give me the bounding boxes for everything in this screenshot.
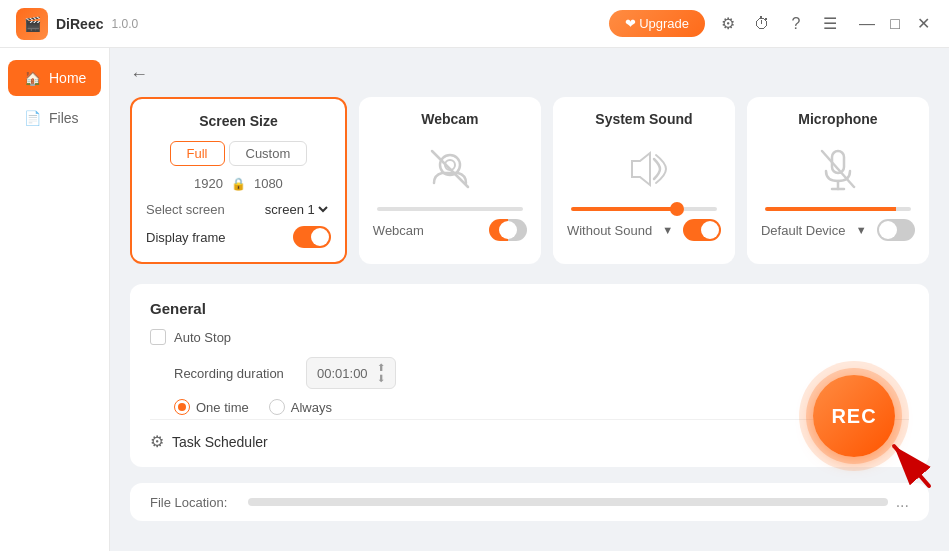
screen-size-title: Screen Size [146, 113, 331, 129]
tab-full[interactable]: Full [170, 141, 225, 166]
files-icon: 📄 [24, 110, 41, 126]
microphone-icon [812, 143, 864, 195]
sound-slider-row [567, 207, 721, 211]
maximize-button[interactable]: □ [885, 14, 905, 34]
sound-slider-thumb [670, 202, 684, 216]
radio-one-time[interactable]: One time [174, 399, 249, 415]
screen-size-card: Screen Size Full Custom 1920 🔒 1080 Sele… [130, 97, 347, 264]
rec-button[interactable]: REC [813, 375, 895, 457]
microphone-toggle[interactable] [877, 219, 915, 241]
webcam-icon-wrap [373, 139, 527, 199]
recording-duration-label: Recording duration [174, 366, 294, 381]
svg-line-9 [894, 446, 929, 486]
webcam-footer: Webcam [373, 219, 527, 241]
sidebar: 🏠 Home 📄 Files [0, 48, 110, 551]
main-layout: 🏠 Home 📄 Files ← Screen Size Full Custom… [0, 48, 949, 551]
mic-dropdown-icon[interactable]: ▼ [856, 224, 867, 236]
file-more-button[interactable]: ... [896, 493, 909, 511]
one-time-label: One time [196, 400, 249, 415]
webcam-slider-row [373, 207, 527, 211]
system-sound-toggle[interactable] [683, 219, 721, 241]
sidebar-item-home[interactable]: 🏠 Home [8, 60, 101, 96]
window-controls: — □ ✕ [857, 14, 933, 34]
app-logo: 🎬 [16, 8, 48, 40]
app-name: DiReec [56, 16, 103, 32]
radio-always[interactable]: Always [269, 399, 332, 415]
display-frame-label: Display frame [146, 230, 225, 245]
mic-slider-row [761, 207, 915, 211]
always-label: Always [291, 400, 332, 415]
auto-stop-label: Auto Stop [174, 330, 231, 345]
webcam-toggle[interactable] [489, 219, 527, 241]
title-bar-right: ❤ Upgrade ⚙ ⏱ ? ☰ — □ ✕ [609, 10, 933, 37]
system-sound-title: System Sound [567, 111, 721, 127]
webcam-label: Webcam [373, 223, 424, 238]
auto-stop-row: Auto Stop [150, 329, 909, 345]
back-button[interactable]: ← [130, 64, 148, 85]
lock-icon: 🔒 [231, 177, 246, 191]
file-path [248, 498, 888, 506]
select-screen-label: Select screen [146, 202, 225, 217]
tab-custom[interactable]: Custom [229, 141, 308, 166]
file-location-label: File Location: [150, 495, 240, 510]
resolution-row: 1920 🔒 1080 [146, 176, 331, 191]
screen-size-tabs: Full Custom [146, 141, 331, 166]
title-bar-left: 🎬 DiReec 1.0.0 [16, 8, 138, 40]
microphone-title: Microphone [761, 111, 915, 127]
minimize-button[interactable]: — [857, 14, 877, 34]
radio-always-circle [269, 399, 285, 415]
title-bar: 🎬 DiReec 1.0.0 ❤ Upgrade ⚙ ⏱ ? ☰ — □ ✕ [0, 0, 949, 48]
microphone-icon-wrap [761, 139, 915, 199]
home-icon: 🏠 [24, 70, 41, 86]
mic-device-label: Default Device [761, 223, 846, 238]
radio-row: One time Always [150, 399, 909, 415]
svg-marker-3 [632, 153, 650, 185]
duration-spinners[interactable]: ⬆⬇ [377, 362, 385, 384]
webcam-card: Webcam Webcam [359, 97, 541, 264]
webcam-icon [424, 143, 476, 195]
select-screen-row: Select screen screen 1 screen 2 [146, 201, 331, 218]
menu-icon[interactable]: ☰ [819, 13, 841, 35]
mic-slider[interactable] [765, 207, 911, 211]
screen-select[interactable]: screen 1 screen 2 [261, 201, 331, 218]
system-sound-card: System Sound Without Sound ▼ [553, 97, 735, 264]
auto-stop-checkbox[interactable] [150, 329, 166, 345]
system-sound-icon-wrap [567, 139, 721, 199]
recording-duration-row: Recording duration 00:01:00 ⬆⬇ [150, 357, 909, 389]
sound-slider[interactable] [571, 207, 717, 211]
sound-dropdown-icon[interactable]: ▼ [662, 224, 673, 236]
timer-icon[interactable]: ⏱ [751, 13, 773, 35]
recording-duration-input[interactable]: 00:01:00 ⬆⬇ [306, 357, 396, 389]
webcam-slider[interactable] [377, 207, 523, 211]
width-value: 1920 [194, 176, 223, 191]
microphone-footer: Default Device ▼ [761, 219, 915, 241]
task-scheduler-row[interactable]: ⚙ Task Scheduler [150, 419, 909, 451]
file-location-row: File Location: ... [130, 483, 929, 521]
display-frame-toggle[interactable] [293, 226, 331, 248]
svg-line-2 [432, 151, 468, 187]
duration-value: 00:01:00 [317, 366, 368, 381]
sound-device-label: Without Sound [567, 223, 652, 238]
sidebar-item-files[interactable]: 📄 Files [8, 100, 101, 136]
task-scheduler-icon: ⚙ [150, 432, 164, 451]
general-title: General [150, 300, 909, 317]
content-area: ← Screen Size Full Custom 1920 🔒 1080 Se… [110, 48, 949, 551]
radio-one-time-circle [174, 399, 190, 415]
rec-arrow [879, 431, 939, 491]
upgrade-button[interactable]: ❤ Upgrade [609, 10, 705, 37]
task-scheduler-label: Task Scheduler [172, 434, 268, 450]
sound-icon [618, 143, 670, 195]
system-sound-footer: Without Sound ▼ [567, 219, 721, 241]
sidebar-files-label: Files [49, 110, 79, 126]
display-frame-row: Display frame [146, 226, 331, 248]
cards-row: Screen Size Full Custom 1920 🔒 1080 Sele… [130, 97, 929, 264]
close-button[interactable]: ✕ [913, 14, 933, 34]
help-icon[interactable]: ? [785, 13, 807, 35]
microphone-card: Microphone Default Device ▼ [747, 97, 929, 264]
settings-icon[interactable]: ⚙ [717, 13, 739, 35]
rec-container: REC [799, 361, 909, 471]
sidebar-home-label: Home [49, 70, 86, 86]
webcam-title: Webcam [373, 111, 527, 127]
app-version: 1.0.0 [111, 17, 138, 31]
height-value: 1080 [254, 176, 283, 191]
